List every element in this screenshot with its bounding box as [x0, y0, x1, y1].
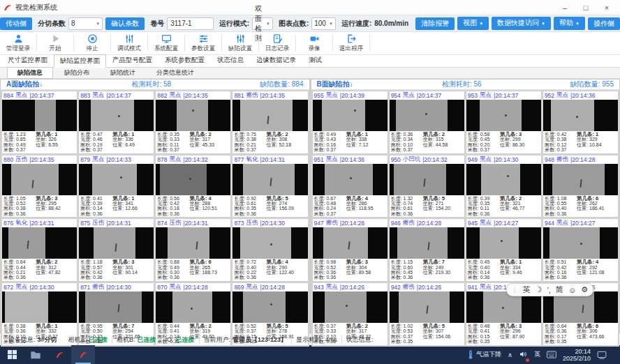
defect-cell[interactable]: 882黑点|20:14:35长度:0.35宽度:0.33面积:0.11米数:0.… [155, 91, 231, 154]
drive-side-button[interactable]: 传动侧 [0, 17, 32, 30]
main-tab-1[interactable]: 缺陷监控界面 [54, 54, 106, 68]
defect-cell[interactable]: 951黑点|20:14:36长度:0.67宽度:0.48面积:0.24米数:0.… [312, 155, 388, 218]
confirm-count-button[interactable]: 确认条数 [105, 17, 145, 30]
defect-cell[interactable]: 871擦伤|20:14:30长度:0.95宽度:0.50面积:0.33米数:0.… [78, 282, 154, 346]
taskbar-app-inspection-active[interactable] [71, 345, 95, 364]
volume-button[interactable] [519, 349, 528, 361]
defect-image[interactable] [2, 291, 77, 323]
start-button[interactable] [0, 345, 24, 364]
defect-image[interactable] [232, 227, 307, 259]
taskbar-app-secondary[interactable] [47, 345, 71, 364]
defect-image[interactable] [232, 291, 307, 323]
taskbar-clock[interactable]: 20:14 2025/2/10 [563, 348, 591, 362]
defect-image[interactable] [232, 100, 307, 131]
defect-cell[interactable]: 948擦伤|20:14:28长度:1.08宽度:0.55面积:0.40米数:0.… [542, 155, 619, 218]
defect-cell[interactable]: 942擦伤|20:14:26长度:1.02宽度:0.53面积:0.37米数:0.… [389, 282, 465, 346]
main-tab-5[interactable]: 边缘数据记录 [250, 54, 302, 67]
help-menu-button[interactable]: 帮助▼ [554, 17, 585, 30]
defect-cell[interactable]: 875压伤|20:14:31长度:1.18宽度:0.57面积:0.42米数:0.… [78, 218, 154, 282]
defect-image[interactable] [390, 227, 464, 259]
defect-cell[interactable]: 873压伤|20:14:30长度:0.72宽度:0.40面积:0.22米数:0.… [232, 218, 308, 282]
toolbar-button-stop[interactable]: 停止 [74, 32, 110, 54]
defect-image[interactable] [79, 100, 154, 131]
chart-points-select[interactable]: 100▼ [311, 17, 336, 30]
roll-number-input[interactable]: 3117-1 [167, 17, 214, 30]
defect-cell[interactable]: 943黑点|20:14:26长度:0.37宽度:0.33面积:0.10米数:0.… [312, 282, 388, 346]
defect-cell[interactable]: 952黑点|20:14:36长度:0.42宽度:0.38面积:0.12米数:0.… [542, 91, 619, 154]
ime-item-2[interactable]: ’, [547, 286, 551, 294]
ime-item-5[interactable]: ⚙ [581, 285, 588, 294]
defect-image[interactable] [156, 291, 230, 323]
run-mode-select[interactable]: 双面检测▼ [252, 17, 273, 30]
data-shortcut-menu-button[interactable]: 数据快捷访问▼ [492, 17, 551, 30]
defect-cell[interactable]: 877氧化|20:14:31长度:0.92宽度:0.61面积:0.35米数:0.… [232, 155, 308, 218]
defect-cell[interactable]: 870黑点|20:14:28长度:0.44宽度:0.41面积:0.13米数:0.… [155, 282, 231, 346]
defect-cell[interactable]: 954黑点|20:14:37长度:0.36宽度:0.34面积:0.10米数:0.… [389, 91, 465, 154]
tray-expand-caret[interactable]: ∧ [508, 351, 512, 358]
main-tab-2[interactable]: 产品型号配置 [106, 54, 158, 67]
toolbar-button-exit[interactable]: 退出程序 [333, 32, 369, 54]
defect-image[interactable] [390, 100, 464, 131]
defect-cell[interactable]: 872黑点|20:14:30长度:0.38宽度:0.36面积:0.10米数:0.… [1, 282, 78, 346]
defect-cell[interactable]: 881擦伤|20:14:35长度:0.75宽度:0.38面积:0.21米数:0.… [232, 91, 308, 154]
defect-cell[interactable]: 950小凹坑|20:14:32长度:1.32宽度:0.74面积:0.61米数:0… [389, 155, 465, 218]
defect-image[interactable] [313, 100, 388, 131]
defect-image[interactable] [156, 227, 230, 259]
defect-cell[interactable]: 949黑点|20:14:30长度:0.39宽度:0.35面积:0.11米数:0.… [466, 155, 542, 218]
main-tab-3[interactable]: 系统参数配置 [158, 54, 211, 67]
ime-item-1[interactable]: ☽ [536, 285, 542, 294]
defect-image[interactable] [313, 227, 388, 259]
defect-cell[interactable]: 947擦伤|20:14:28长度:0.98宽度:0.52面积:0.36米数:0.… [312, 218, 388, 282]
panel-b-title[interactable]: B面缺陷拍↓ [317, 79, 353, 89]
drag-handle-icon[interactable]: ⋮ [512, 287, 518, 294]
defect-image[interactable] [313, 291, 388, 323]
close-button[interactable]: × [596, 1, 617, 15]
defect-image[interactable] [79, 291, 154, 323]
defect-cell[interactable]: 869黑点|20:14:28长度:0.52宽度:0.37面积:0.15米数:0.… [232, 282, 308, 346]
defect-image[interactable] [543, 164, 618, 195]
main-tab-0[interactable]: 尺寸监控界面 [1, 54, 54, 67]
defect-image[interactable] [543, 227, 618, 259]
main-tab-4[interactable]: 状态信息 [211, 54, 250, 67]
clear-alarm-button[interactable]: 清除报警 [415, 17, 455, 30]
defect-cell[interactable]: 879黑点|20:14:33长度:0.41宽度:0.39面积:0.14米数:0.… [78, 155, 154, 218]
toolbar-button-monitor[interactable]: 系统配置 [148, 32, 184, 54]
sub-tab-0[interactable]: 缺陷信息 [7, 67, 53, 79]
operate-side-button[interactable]: 操作侧 [588, 17, 620, 30]
defect-cell[interactable]: 880压伤|20:14:35长度:1.05宽度:0.52面积:0.38米数:0.… [1, 155, 78, 218]
toolbar-button-camera[interactable]: 录像 [296, 32, 332, 54]
defect-image[interactable] [156, 100, 230, 131]
action-center-icon[interactable] [597, 351, 607, 359]
sub-tab-1[interactable]: 缺陷分布 [54, 68, 99, 78]
defect-cell[interactable]: 955黑点|20:14:39长度:0.49宽度:0.43面积:0.16米数:0.… [312, 91, 388, 154]
defect-image[interactable] [2, 164, 77, 195]
defect-cell[interactable]: 953黑点|20:14:37长度:0.58宽度:0.45面积:0.20米数:0.… [466, 91, 542, 154]
panel-a-title[interactable]: A面缺陷拍↓ [6, 79, 43, 89]
taskbar-app-explorer[interactable] [24, 345, 47, 364]
defect-cell[interactable]: 945黑点|20:14:27长度:0.45宽度:0.40面积:0.14米数:0.… [466, 218, 542, 282]
ime-language-indicator[interactable]: 英 [534, 350, 540, 359]
toolbar-button-journal[interactable]: 日志记录 [259, 32, 295, 54]
toolbar-button-tune[interactable]: 调试模式 [111, 32, 147, 54]
sub-tab-3[interactable]: 分类信息统计 [147, 68, 204, 78]
defect-image[interactable] [390, 164, 464, 195]
ime-item-3[interactable]: 简 [556, 285, 563, 295]
defect-image[interactable] [543, 100, 618, 131]
defect-cell[interactable]: 876氧化|20:14:31长度:0.64宽度:0.44面积:0.21米数:0.… [1, 218, 78, 282]
defect-image[interactable] [466, 227, 541, 259]
defect-cell[interactable]: 946擦伤|20:14:28长度:1.15宽度:0.60面积:0.45米数:0.… [389, 218, 465, 282]
weather-widget[interactable]: 气温下降 [468, 350, 501, 360]
ime-item-0[interactable]: 英 [523, 285, 531, 295]
keyboard-icon[interactable] [547, 351, 556, 358]
defect-image[interactable] [79, 164, 154, 195]
defect-cell[interactable]: 878黑点|20:14:32长度:0.56宽度:0.42面积:0.18米数:0.… [155, 155, 231, 218]
sub-tab-2[interactable]: 缺陷统计 [101, 68, 145, 78]
toolbar-button-sliders-h[interactable]: 参数设置 [185, 32, 221, 54]
toolbar-button-sliders-v[interactable]: 缺陷设置 [222, 32, 258, 54]
defect-image[interactable] [466, 100, 541, 131]
defect-image[interactable] [156, 164, 230, 195]
view-menu-button[interactable]: 视图▼ [457, 17, 489, 30]
ime-item-4[interactable]: ☺ [568, 286, 576, 294]
ime-toolbar[interactable]: ⋮ 英☽’,简☺⚙ [506, 283, 593, 296]
defect-image[interactable] [466, 164, 541, 195]
